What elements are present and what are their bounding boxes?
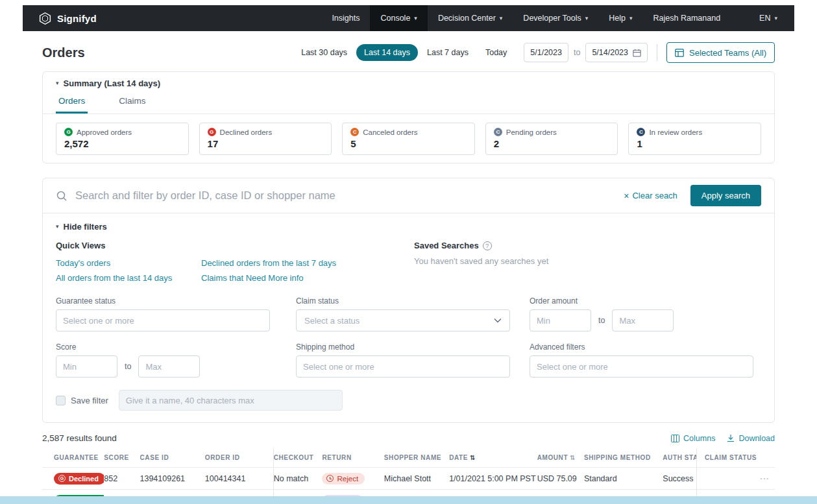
- row-actions-menu[interactable]: •••: [761, 475, 770, 481]
- guarantee-status-filter: Guarantee status: [56, 296, 270, 331]
- save-filter-label: Save filter: [71, 396, 108, 405]
- stat-card-approved-orders: G Approved orders 2,572: [56, 123, 189, 155]
- nav-item-insights[interactable]: Insights: [321, 5, 370, 31]
- filter-row-1: Guarantee status Claim status Select a s…: [56, 296, 761, 331]
- chevron-down-icon: ▾: [414, 16, 417, 21]
- col-header-amount[interactable]: AMOUNT⇅: [537, 448, 584, 468]
- amount-cell: USD 75.09: [537, 468, 584, 490]
- pill-today[interactable]: Today: [478, 44, 515, 61]
- clear-icon: ×: [624, 191, 629, 200]
- nav-item-language[interactable]: EN▾: [749, 5, 788, 31]
- date-range-pills: Last 30 days Last 14 days Last 7 days To…: [293, 44, 515, 61]
- claim-status-filter: Claim status Select a status: [296, 296, 510, 331]
- info-icon[interactable]: ?: [483, 241, 492, 250]
- in-review-orders-count: 1: [637, 138, 753, 149]
- declined-orders-count: 17: [208, 138, 324, 149]
- score-cell: 852: [104, 468, 140, 490]
- search-icon: [56, 190, 67, 202]
- col-header-score: SCORE: [104, 448, 140, 468]
- order-amount-max-input[interactable]: [612, 309, 674, 331]
- guarantee-icon: G: [58, 475, 66, 482]
- sort-icon: ⇅: [470, 454, 476, 461]
- col-header-claim-status: CLAIM STATUS: [696, 448, 775, 468]
- brand-name: Signifyd: [57, 13, 97, 24]
- chevron-down-icon: ▾: [500, 16, 503, 21]
- clear-search-button[interactable]: × Clear seach: [624, 191, 677, 200]
- tab-orders[interactable]: Orders: [56, 92, 88, 114]
- sort-icon: ⇅: [570, 454, 576, 461]
- approved-orders-count: 2,572: [64, 138, 180, 149]
- summary-toggle[interactable]: ▾ Summary (Last 14 days): [56, 78, 761, 88]
- case-id-cell: 1394109261: [140, 468, 205, 490]
- summary-cards: G Approved orders 2,572 G Declined order…: [56, 123, 761, 155]
- divider: [657, 44, 657, 61]
- saved-searches-title: Saved Searches: [414, 241, 479, 250]
- quick-view-todays-orders[interactable]: Today's orders: [56, 256, 191, 270]
- shipping-method-input[interactable]: [296, 355, 510, 378]
- search-input[interactable]: [75, 189, 616, 202]
- quick-views-row: Quick Views Today's orders Declined orde…: [56, 241, 761, 285]
- guarantee-status-input[interactable]: [56, 309, 270, 331]
- stat-card-in-review-orders: C In review orders 1: [628, 123, 761, 155]
- shopper-name-cell: Michael Stott: [384, 468, 449, 490]
- date-range-picker: 5/1/2023 to 5/14/2023: [524, 43, 648, 62]
- canceled-orders-count: 5: [350, 138, 467, 149]
- in-review-orders-icon: C: [637, 128, 645, 136]
- score-max-input[interactable]: [138, 355, 200, 378]
- col-header-shopper-name: SHOPPER NAME: [384, 448, 449, 468]
- pill-last-7-days[interactable]: Last 7 days: [419, 44, 476, 61]
- nav-item-help[interactable]: Help▾: [598, 5, 642, 31]
- guarantee-declined-badge: GDeclined: [54, 473, 104, 485]
- advanced-filters-input[interactable]: [530, 355, 753, 378]
- top-nav: Signifyd Insights Console▾ Decision Cent…: [23, 5, 794, 31]
- score-filter: Score to: [56, 342, 270, 378]
- claim-status-select[interactable]: Select a status: [296, 309, 510, 331]
- selected-teams-button[interactable]: Selected Teams (All): [666, 42, 775, 63]
- search-row: × Clear seach Apply search: [43, 178, 774, 213]
- pill-last-14-days[interactable]: Last 14 days: [356, 44, 418, 61]
- col-header-date[interactable]: DATE⇅: [449, 448, 537, 468]
- date-from-input[interactable]: 5/1/2023: [524, 43, 568, 62]
- date-cell: 1/01/2021 5:00 PM PST: [449, 468, 537, 490]
- download-button[interactable]: Download: [727, 434, 775, 443]
- save-filter-checkbox[interactable]: [56, 396, 66, 405]
- col-header-guarantee: GUARANTEE: [42, 448, 104, 468]
- chevron-down-icon: ▾: [585, 16, 589, 21]
- auth-status-cell: Success: [663, 468, 696, 490]
- score-min-input[interactable]: [56, 355, 117, 378]
- signifyd-logo-icon: [38, 12, 52, 25]
- bottom-strip: [0, 496, 817, 504]
- quick-view-all-orders-14-days[interactable]: All orders from the last 14 days: [56, 270, 191, 285]
- header-controls: Last 30 days Last 14 days Last 7 days To…: [293, 42, 775, 63]
- results-count: 2,587 results found: [42, 433, 117, 443]
- saved-searches: Saved Searches ? You haven't saved any s…: [414, 241, 761, 285]
- page-header: Orders Last 30 days Last 14 days Last 7 …: [42, 40, 775, 65]
- shipping-method-cell: Standard: [584, 468, 663, 490]
- hide-filters-toggle[interactable]: ▾ Hide filters: [56, 222, 761, 232]
- order-amount-min-input[interactable]: [530, 309, 591, 331]
- columns-button[interactable]: Columns: [671, 434, 715, 443]
- summary-section: ▾ Summary (Last 14 days) Orders Claims G…: [42, 71, 775, 163]
- nav-item-decision-center[interactable]: Decision Center▾: [428, 5, 513, 31]
- results-bar: 2,587 results found Columns Download: [42, 433, 775, 443]
- page-title: Orders: [42, 45, 85, 60]
- nav-item-user[interactable]: Rajesh Ramanand: [643, 5, 731, 31]
- signifyd-logo[interactable]: Signifyd: [38, 12, 97, 25]
- summary-tabs: Orders Claims: [43, 92, 774, 114]
- table-header-row: GUARANTEE SCORE CASE ID ORDER ID CHECKOU…: [42, 448, 775, 468]
- stat-card-declined-orders: G Declined orders 17: [199, 123, 332, 155]
- pill-last-30-days[interactable]: Last 30 days: [293, 44, 355, 61]
- advanced-filters-filter: Advanced filters: [530, 342, 753, 378]
- nav-item-console[interactable]: Console▾: [370, 5, 427, 31]
- caret-down-icon: ▾: [56, 80, 59, 86]
- date-separator: to: [574, 48, 580, 57]
- quick-view-declined-7-days[interactable]: Declined orders from the last 7 days: [201, 256, 414, 270]
- date-to-input[interactable]: 5/14/2023: [585, 43, 648, 62]
- save-filter-name-input[interactable]: [119, 390, 343, 411]
- tab-claims[interactable]: Claims: [116, 92, 148, 114]
- table-row[interactable]: GDeclined 852 1394109261 100414341 No ma…: [42, 468, 775, 490]
- quick-view-claims-need-info[interactable]: Claims that Need More info: [201, 270, 414, 285]
- col-header-shipping-method: SHIPPING METHOD: [584, 448, 663, 468]
- apply-search-button[interactable]: Apply search: [690, 185, 761, 206]
- nav-item-developer-tools[interactable]: Developer Tools▾: [513, 5, 598, 31]
